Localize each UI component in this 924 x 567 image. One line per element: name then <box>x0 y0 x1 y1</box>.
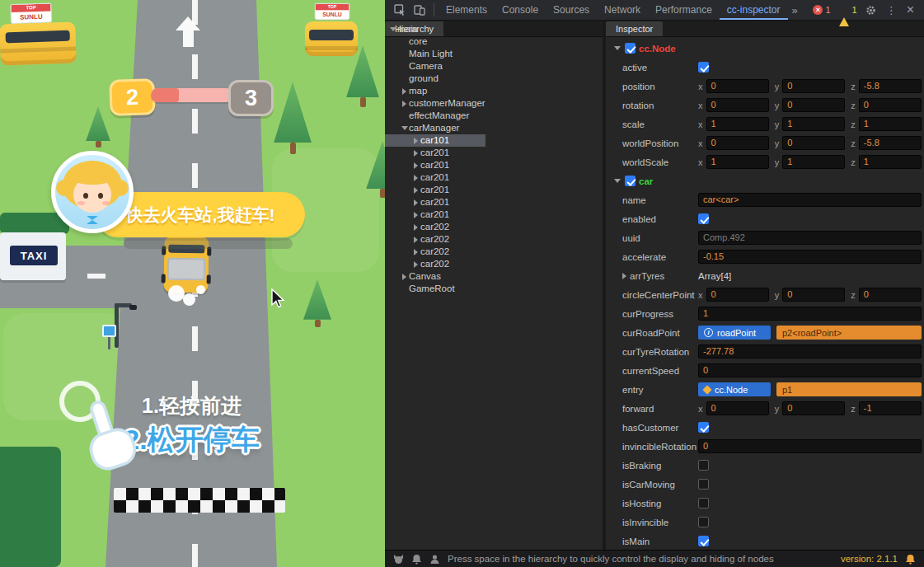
isBraking-checkbox[interactable] <box>698 460 709 471</box>
curRoadPoint-target-button[interactable]: p2<roadPoint> <box>776 326 922 340</box>
forward-z-input[interactable]: -1 <box>859 401 922 415</box>
component-collapse-arrow-icon[interactable] <box>612 46 621 50</box>
hierarchy-node-car202[interactable]: car202 <box>385 246 485 258</box>
tree-expand-arrow-icon[interactable] <box>411 199 420 206</box>
hierarchy-node-gameroot[interactable]: GameRoot <box>385 283 485 295</box>
rotation-z-input[interactable]: 0 <box>859 98 922 112</box>
hierarchy-node-car201[interactable]: car201 <box>385 147 485 159</box>
tree-expand-arrow-icon[interactable] <box>411 261 420 268</box>
circleCenterPoint-z-input[interactable]: 0 <box>859 288 922 302</box>
entry-target-button[interactable]: p1 <box>776 382 922 396</box>
hierarchy-node-effectmanager[interactable]: effectManager <box>385 110 485 122</box>
enabled-checkbox[interactable] <box>698 213 709 224</box>
tree-expand-arrow-icon[interactable] <box>411 187 420 194</box>
accelerate-input[interactable]: -0.15 <box>698 250 922 264</box>
error-badge[interactable]: × 1 <box>809 5 834 15</box>
hasCustomer-checkbox[interactable] <box>698 422 709 433</box>
name-input[interactable]: car<car> <box>698 193 922 207</box>
devtools-tab-console[interactable]: Console <box>495 0 546 20</box>
position-z-input[interactable]: -5.8 <box>859 79 922 93</box>
hierarchy-node-car201[interactable]: car201 <box>385 196 485 209</box>
worldPosition-x-input[interactable]: 0 <box>706 136 769 150</box>
uuid-input[interactable]: Comp.492 <box>698 231 922 245</box>
tree-collapse-arrow-icon[interactable] <box>400 126 409 130</box>
devtools-tab-network[interactable]: Network <box>597 0 648 20</box>
isMain-checkbox[interactable] <box>698 536 709 546</box>
tree-expand-arrow-icon[interactable] <box>400 101 409 107</box>
tree-expand-arrow-icon[interactable] <box>411 237 420 243</box>
tree-expand-arrow-icon[interactable] <box>411 224 420 231</box>
entry-type-button[interactable]: cc.Node <box>698 382 771 396</box>
more-options-icon[interactable]: ⋮ <box>881 4 902 16</box>
forward-x-input[interactable]: 0 <box>706 401 769 415</box>
hierarchy-node-car202[interactable]: car202 <box>385 233 485 246</box>
hierarchy-node-ground[interactable]: ground <box>385 73 485 85</box>
worldPosition-z-input[interactable]: -5.8 <box>859 136 922 150</box>
contact-icon[interactable] <box>429 554 440 565</box>
curTyreRotation-input[interactable]: -277.78 <box>698 344 922 358</box>
worldScale-z-input[interactable]: 1 <box>859 155 922 169</box>
position-x-input[interactable]: 0 <box>706 79 769 93</box>
tree-expand-arrow-icon[interactable] <box>411 150 420 157</box>
invincibleRotation-input[interactable]: 0 <box>698 439 922 453</box>
component-enabled-checkbox[interactable] <box>625 176 636 186</box>
close-devtools-icon[interactable]: × <box>902 2 919 17</box>
isHosting-checkbox[interactable] <box>698 498 709 508</box>
tree-expand-arrow-icon[interactable] <box>411 138 420 144</box>
tree-collapse-arrow-icon[interactable] <box>388 27 397 31</box>
devtools-tab-elements[interactable]: Elements <box>439 0 495 20</box>
devtools-tab-sources[interactable]: Sources <box>546 0 597 20</box>
tree-expand-arrow-icon[interactable] <box>411 175 420 181</box>
component-collapse-arrow-icon[interactable] <box>612 179 621 183</box>
warning-badge[interactable]: ! 1 <box>835 5 861 15</box>
circleCenterPoint-y-input[interactable]: 0 <box>782 288 845 302</box>
currentSpeed-input[interactable]: 0 <box>698 363 922 377</box>
hierarchy-node-main-light[interactable]: Main Light <box>385 48 485 60</box>
rotation-x-input[interactable]: 0 <box>706 98 769 112</box>
tree-expand-arrow-icon[interactable] <box>400 274 409 280</box>
hierarchy-node-car201[interactable]: car201 <box>385 159 485 171</box>
tree-expand-arrow-icon[interactable] <box>400 88 409 95</box>
dog-icon[interactable] <box>393 554 404 565</box>
scale-x-input[interactable]: 1 <box>706 117 769 131</box>
hierarchy-node-car202[interactable]: car202 <box>385 258 485 270</box>
worldScale-x-input[interactable]: 1 <box>706 155 769 169</box>
hierarchy-node-map[interactable]: map <box>385 85 485 97</box>
hierarchy-node-camera[interactable]: Camera <box>385 60 485 73</box>
tree-expand-arrow-icon[interactable] <box>411 162 420 169</box>
scale-y-input[interactable]: 1 <box>782 117 845 131</box>
settings-gear-icon[interactable] <box>861 0 881 20</box>
hierarchy-node-carmanager[interactable]: carManager <box>385 122 485 134</box>
curProgress-input[interactable]: 1 <box>698 307 922 321</box>
devtools-tab-cc-inspector[interactable]: cc-inspector <box>720 0 788 20</box>
hierarchy-node-car202[interactable]: car202 <box>385 221 485 233</box>
rotation-y-input[interactable]: 0 <box>782 98 845 112</box>
curRoadPoint-type-button[interactable]: iroadPoint <box>698 326 771 340</box>
bell-icon[interactable] <box>411 554 422 565</box>
tree-expand-arrow-icon[interactable] <box>411 212 420 218</box>
position-y-input[interactable]: 0 <box>782 79 845 93</box>
hierarchy-node-customermanager[interactable]: customerManager <box>385 97 485 110</box>
hierarchy-node-car101[interactable]: car101 <box>385 134 485 147</box>
hierarchy-node-main[interactable]: main <box>385 23 485 35</box>
notification-bell-icon[interactable] <box>905 554 916 565</box>
hierarchy-node-car201[interactable]: car201 <box>385 171 485 184</box>
tab-inspector[interactable]: Inspector <box>606 21 663 36</box>
more-tabs-icon[interactable]: » <box>788 4 802 16</box>
array-expand-arrow-icon[interactable] <box>622 273 626 279</box>
game-viewport[interactable]: TAXI TOP SUNLU TOP SUNLU <box>0 0 385 567</box>
tree-expand-arrow-icon[interactable] <box>411 249 420 255</box>
component-enabled-checkbox[interactable] <box>625 43 636 54</box>
circleCenterPoint-x-input[interactable]: 0 <box>706 288 769 302</box>
scale-z-input[interactable]: 1 <box>859 117 922 131</box>
active-checkbox[interactable] <box>698 62 709 73</box>
inspect-element-icon[interactable] <box>390 0 410 20</box>
hierarchy-node-core[interactable]: core <box>385 35 485 48</box>
forward-y-input[interactable]: 0 <box>782 401 845 415</box>
hierarchy-node-car201[interactable]: car201 <box>385 209 485 221</box>
worldScale-y-input[interactable]: 1 <box>782 155 845 169</box>
isInvincible-checkbox[interactable] <box>698 517 709 527</box>
devtools-tab-performance[interactable]: Performance <box>648 0 720 20</box>
hierarchy-node-car201[interactable]: car201 <box>385 184 485 196</box>
worldPosition-y-input[interactable]: 0 <box>782 136 845 150</box>
